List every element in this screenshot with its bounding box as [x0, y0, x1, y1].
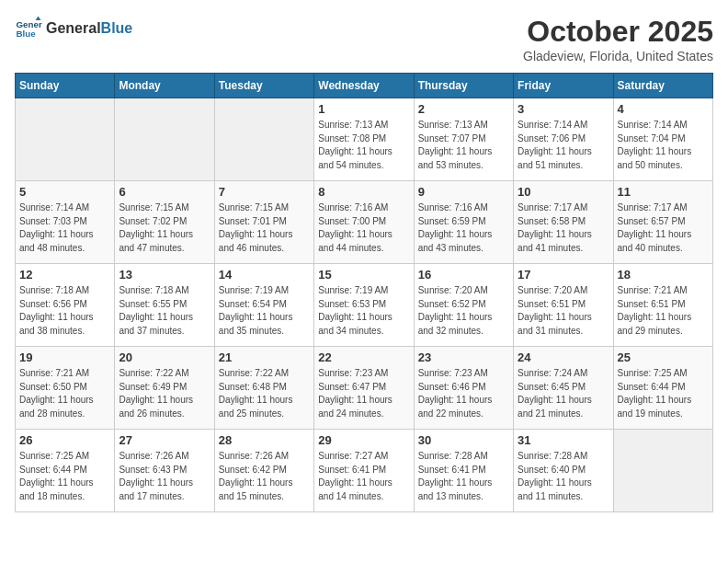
- calendar-week-5: 26Sunrise: 7:25 AMSunset: 6:44 PMDayligh…: [16, 430, 713, 512]
- weekday-header-thursday: Thursday: [414, 74, 513, 98]
- calendar-week-3: 12Sunrise: 7:18 AMSunset: 6:56 PMDayligh…: [16, 264, 713, 347]
- calendar-cell: 18Sunrise: 7:21 AMSunset: 6:51 PMDayligh…: [613, 264, 712, 347]
- day-number: 12: [19, 268, 110, 282]
- calendar-cell: 27Sunrise: 7:26 AMSunset: 6:43 PMDayligh…: [115, 430, 214, 512]
- day-info: Sunrise: 7:25 AMSunset: 6:44 PMDaylight:…: [19, 450, 110, 503]
- day-info: Sunrise: 7:16 AMSunset: 6:59 PMDaylight:…: [418, 201, 509, 255]
- logo-icon: General Blue: [15, 15, 42, 42]
- calendar-cell: [115, 98, 214, 181]
- day-number: 16: [418, 268, 509, 282]
- day-info: Sunrise: 7:14 AMSunset: 7:03 PMDaylight:…: [19, 201, 110, 255]
- day-number: 9: [418, 185, 509, 199]
- day-info: Sunrise: 7:18 AMSunset: 6:56 PMDaylight:…: [19, 284, 110, 338]
- day-info: Sunrise: 7:23 AMSunset: 6:47 PMDaylight:…: [318, 367, 409, 420]
- calendar-cell: 14Sunrise: 7:19 AMSunset: 6:54 PMDayligh…: [214, 264, 313, 347]
- weekday-header-row: SundayMondayTuesdayWednesdayThursdayFrid…: [16, 74, 713, 98]
- day-number: 28: [219, 433, 310, 447]
- calendar-cell: 2Sunrise: 7:13 AMSunset: 7:07 PMDaylight…: [414, 98, 513, 181]
- day-info: Sunrise: 7:13 AMSunset: 7:08 PMDaylight:…: [318, 119, 409, 172]
- weekday-header-tuesday: Tuesday: [214, 74, 313, 98]
- weekday-header-sunday: Sunday: [16, 74, 115, 98]
- calendar-cell: 19Sunrise: 7:21 AMSunset: 6:50 PMDayligh…: [16, 347, 115, 430]
- day-info: Sunrise: 7:23 AMSunset: 6:46 PMDaylight:…: [418, 367, 509, 420]
- calendar-cell: 15Sunrise: 7:19 AMSunset: 6:53 PMDayligh…: [314, 264, 414, 347]
- calendar-cell: 13Sunrise: 7:18 AMSunset: 6:55 PMDayligh…: [115, 264, 214, 347]
- calendar-cell: 3Sunrise: 7:14 AMSunset: 7:06 PMDaylight…: [514, 98, 613, 181]
- day-number: 30: [418, 433, 509, 447]
- day-number: 14: [219, 268, 310, 282]
- calendar-week-2: 5Sunrise: 7:14 AMSunset: 7:03 PMDaylight…: [16, 181, 713, 264]
- calendar-week-1: 1Sunrise: 7:13 AMSunset: 7:08 PMDaylight…: [16, 98, 713, 181]
- calendar-cell: 6Sunrise: 7:15 AMSunset: 7:02 PMDaylight…: [115, 181, 214, 264]
- calendar-cell: 17Sunrise: 7:20 AMSunset: 6:51 PMDayligh…: [514, 264, 613, 347]
- day-info: Sunrise: 7:22 AMSunset: 6:48 PMDaylight:…: [219, 367, 310, 420]
- day-number: 21: [219, 350, 310, 364]
- day-number: 27: [119, 433, 210, 447]
- day-number: 23: [418, 350, 509, 364]
- day-number: 24: [518, 350, 609, 364]
- day-number: 5: [19, 185, 110, 199]
- day-info: Sunrise: 7:19 AMSunset: 6:54 PMDaylight:…: [219, 284, 310, 338]
- weekday-header-wednesday: Wednesday: [314, 74, 414, 98]
- calendar-cell: 4Sunrise: 7:14 AMSunset: 7:04 PMDaylight…: [613, 98, 712, 181]
- page-header: General Blue GeneralBlue October 2025 Gl…: [15, 15, 713, 63]
- day-info: Sunrise: 7:14 AMSunset: 7:06 PMDaylight:…: [518, 119, 609, 172]
- calendar-cell: 7Sunrise: 7:15 AMSunset: 7:01 PMDaylight…: [214, 181, 313, 264]
- day-info: Sunrise: 7:19 AMSunset: 6:53 PMDaylight:…: [318, 284, 409, 338]
- day-number: 1: [318, 102, 409, 116]
- day-info: Sunrise: 7:22 AMSunset: 6:49 PMDaylight:…: [119, 367, 210, 420]
- calendar-cell: [16, 98, 115, 181]
- day-info: Sunrise: 7:14 AMSunset: 7:04 PMDaylight:…: [618, 119, 709, 172]
- day-info: Sunrise: 7:26 AMSunset: 6:43 PMDaylight:…: [119, 450, 210, 503]
- day-number: 2: [418, 102, 509, 116]
- day-number: 29: [318, 433, 409, 447]
- day-number: 20: [119, 350, 210, 364]
- logo-general: General: [46, 20, 101, 36]
- day-number: 7: [219, 185, 310, 199]
- day-info: Sunrise: 7:21 AMSunset: 6:50 PMDaylight:…: [19, 367, 110, 420]
- month-title: October 2025: [523, 15, 713, 49]
- calendar-cell: [214, 98, 313, 181]
- day-info: Sunrise: 7:27 AMSunset: 6:41 PMDaylight:…: [318, 450, 409, 503]
- weekday-header-friday: Friday: [514, 74, 613, 98]
- calendar-cell: 29Sunrise: 7:27 AMSunset: 6:41 PMDayligh…: [314, 430, 414, 512]
- day-info: Sunrise: 7:20 AMSunset: 6:52 PMDaylight:…: [418, 284, 509, 338]
- day-number: 10: [518, 185, 609, 199]
- calendar-table: SundayMondayTuesdayWednesdayThursdayFrid…: [15, 73, 713, 512]
- day-info: Sunrise: 7:20 AMSunset: 6:51 PMDaylight:…: [518, 284, 609, 338]
- weekday-header-monday: Monday: [115, 74, 214, 98]
- calendar-cell: 5Sunrise: 7:14 AMSunset: 7:03 PMDaylight…: [16, 181, 115, 264]
- calendar-cell: 28Sunrise: 7:26 AMSunset: 6:42 PMDayligh…: [214, 430, 313, 512]
- day-number: 8: [318, 185, 409, 199]
- calendar-cell: 26Sunrise: 7:25 AMSunset: 6:44 PMDayligh…: [16, 430, 115, 512]
- calendar-cell: 25Sunrise: 7:25 AMSunset: 6:44 PMDayligh…: [613, 347, 712, 430]
- day-info: Sunrise: 7:24 AMSunset: 6:45 PMDaylight:…: [518, 367, 609, 420]
- calendar-cell: 12Sunrise: 7:18 AMSunset: 6:56 PMDayligh…: [16, 264, 115, 347]
- calendar-cell: 9Sunrise: 7:16 AMSunset: 6:59 PMDaylight…: [414, 181, 513, 264]
- day-number: 18: [618, 268, 709, 282]
- day-info: Sunrise: 7:16 AMSunset: 7:00 PMDaylight:…: [318, 201, 409, 255]
- day-info: Sunrise: 7:28 AMSunset: 6:40 PMDaylight:…: [518, 450, 609, 503]
- calendar-cell: 10Sunrise: 7:17 AMSunset: 6:58 PMDayligh…: [514, 181, 613, 264]
- calendar-cell: 30Sunrise: 7:28 AMSunset: 6:41 PMDayligh…: [414, 430, 513, 512]
- day-number: 19: [19, 350, 110, 364]
- calendar-cell: 24Sunrise: 7:24 AMSunset: 6:45 PMDayligh…: [514, 347, 613, 430]
- svg-text:Blue: Blue: [17, 29, 37, 39]
- svg-text:General: General: [17, 19, 43, 29]
- day-number: 13: [119, 268, 210, 282]
- day-number: 31: [518, 433, 609, 447]
- logo-blue: Blue: [101, 20, 133, 36]
- day-info: Sunrise: 7:18 AMSunset: 6:55 PMDaylight:…: [119, 284, 210, 338]
- calendar-cell: 20Sunrise: 7:22 AMSunset: 6:49 PMDayligh…: [115, 347, 214, 430]
- calendar-cell: 8Sunrise: 7:16 AMSunset: 7:00 PMDaylight…: [314, 181, 414, 264]
- title-block: October 2025 Gladeview, Florida, United …: [523, 15, 713, 63]
- day-number: 3: [518, 102, 609, 116]
- calendar-cell: 16Sunrise: 7:20 AMSunset: 6:52 PMDayligh…: [414, 264, 513, 347]
- day-number: 26: [19, 433, 110, 447]
- day-info: Sunrise: 7:26 AMSunset: 6:42 PMDaylight:…: [219, 450, 310, 503]
- calendar-cell: [613, 430, 712, 512]
- day-number: 4: [618, 102, 709, 116]
- day-number: 17: [518, 268, 609, 282]
- svg-marker-2: [36, 17, 41, 21]
- calendar-cell: 21Sunrise: 7:22 AMSunset: 6:48 PMDayligh…: [214, 347, 313, 430]
